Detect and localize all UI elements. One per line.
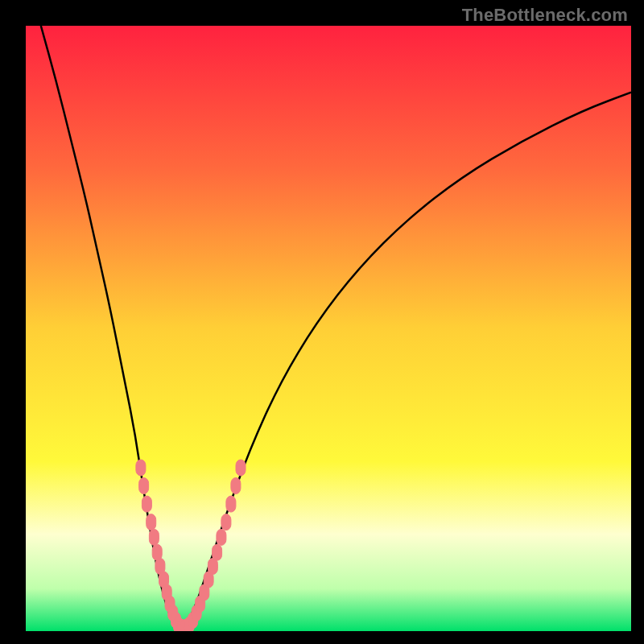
bead-marker <box>142 496 151 512</box>
plot-area <box>26 26 631 631</box>
bead-marker <box>147 514 156 530</box>
watermark-text: TheBottleneck.com <box>462 5 628 26</box>
right-curve <box>184 93 632 631</box>
bead-marker <box>139 478 149 494</box>
bead-marker <box>217 529 226 545</box>
bead-marker <box>213 544 222 560</box>
bead-marker <box>236 460 246 476</box>
bead-marker <box>149 529 159 545</box>
outer-frame: TheBottleneck.com <box>0 0 644 644</box>
bead-marker <box>136 460 146 476</box>
bead-group <box>136 460 246 631</box>
bead-marker <box>221 514 231 530</box>
bead-marker <box>231 478 241 494</box>
curves-layer <box>26 26 631 631</box>
bead-marker <box>226 496 236 512</box>
